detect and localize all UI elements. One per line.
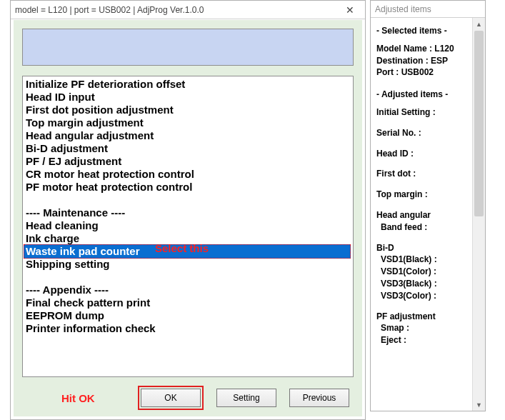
serial-no-line: Serial No. : [376,127,469,139]
list-item[interactable]: Shipping setting [24,258,350,271]
list-item[interactable]: PF motor heat protection control [24,181,350,194]
side-panel-title: Adjusted items [371,1,485,18]
side-panel: Adjusted items - Selected items - Model … [370,0,486,411]
initial-setting-line: Initial Setting : [376,106,469,119]
list-item[interactable] [24,271,350,284]
list-item[interactable]: Printer information check [24,322,350,335]
scroll-down-icon[interactable]: ▼ [473,399,485,411]
band-feed-line: Band feed : [376,221,469,234]
vsd3-black-line: VSD3(Black) : [376,278,469,290]
list-item[interactable]: Top margin adjustment [24,116,350,129]
scroll-thumb[interactable] [474,31,484,216]
annotation-hit-ok: Hit OK [61,392,95,404]
list-item[interactable]: PF / EJ adjustment [24,155,350,168]
list-item[interactable]: Head cleaning [24,219,350,232]
setting-button[interactable]: Setting [216,389,276,407]
main-window: model = L120 | port = USB002 | AdjProg V… [10,0,366,420]
smap-line: Smap : [376,322,469,334]
side-panel-content: - Selected items - Model Name : L120 Des… [371,18,472,411]
head-id-line: Head ID : [376,148,469,160]
list-item[interactable]: EEPROM dump [24,309,350,322]
list-item[interactable]: Final check pattern print [24,296,350,309]
adjusted-items-header: - Adjusted items - [376,89,469,101]
list-item[interactable]: Head angular adjustment [24,129,350,142]
header-band [22,29,354,66]
destination-line: Destination : ESP [376,55,469,67]
list-item[interactable]: First dot position adjustment [24,104,350,116]
eject-line: Eject : [376,334,469,346]
head-angular-line: Head angular [376,209,469,221]
titlebar: model = L120 | port = USB002 | AdjProg V… [11,1,365,19]
list-item[interactable]: ---- Appendix ---- [24,284,350,296]
pf-adjustment-line: PF adjustment [376,311,469,323]
vsd3-color-line: VSD3(Color) : [376,290,469,302]
list-item[interactable]: CR motor heat protection control [24,168,350,181]
port-line: Port : USB002 [376,66,469,79]
window-title: model = L120 | port = USB002 | AdjProg V… [15,5,339,15]
list-item[interactable]: Head ID input [24,91,350,104]
close-icon[interactable]: ✕ [339,3,361,17]
list-item[interactable]: Initialize PF deterioration offset [24,78,350,91]
first-dot-line: First dot : [376,168,469,180]
top-margin-line: Top margin : [376,189,469,201]
list-item[interactable] [24,194,350,206]
content-area: Initialize PF deterioration offsetHead I… [14,20,362,416]
button-row: Hit OK OK Setting Previous [22,386,354,410]
ok-button[interactable]: OK [141,389,201,407]
model-name-line: Model Name : L120 [376,43,469,55]
side-scrollbar[interactable]: ▲ ▼ [472,18,485,411]
list-item[interactable]: Bi-D adjustment [24,142,350,155]
vsd1-black-line: VSD1(Black) : [376,254,469,266]
adjustment-listbox[interactable]: Initialize PF deterioration offsetHead I… [22,76,354,377]
annotation-select-this: Select this [155,242,209,255]
list-item[interactable]: ---- Maintenance ---- [24,206,350,219]
selected-items-header: - Selected items - [376,25,469,37]
ok-highlight: OK [138,386,204,410]
bi-d-line: Bi-D [376,242,469,254]
scroll-up-icon[interactable]: ▲ [473,18,485,30]
vsd1-color-line: VSD1(Color) : [376,266,469,278]
previous-button[interactable]: Previous [289,389,349,407]
